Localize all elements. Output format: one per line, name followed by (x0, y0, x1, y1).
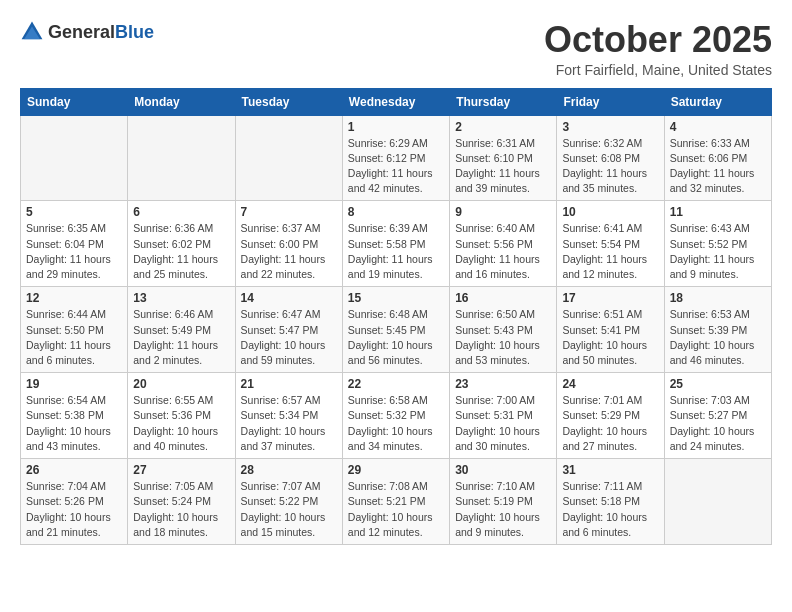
day-info: Sunrise: 7:11 AMSunset: 5:18 PMDaylight:… (562, 479, 658, 540)
calendar-cell (235, 115, 342, 201)
week-row-2: 5Sunrise: 6:35 AMSunset: 6:04 PMDaylight… (21, 201, 772, 287)
day-number: 16 (455, 291, 551, 305)
calendar-cell (128, 115, 235, 201)
week-row-3: 12Sunrise: 6:44 AMSunset: 5:50 PMDayligh… (21, 287, 772, 373)
day-number: 13 (133, 291, 229, 305)
day-info: Sunrise: 6:57 AMSunset: 5:34 PMDaylight:… (241, 393, 337, 454)
day-info: Sunrise: 6:44 AMSunset: 5:50 PMDaylight:… (26, 307, 122, 368)
calendar-cell: 6Sunrise: 6:36 AMSunset: 6:02 PMDaylight… (128, 201, 235, 287)
day-number: 6 (133, 205, 229, 219)
day-info: Sunrise: 6:51 AMSunset: 5:41 PMDaylight:… (562, 307, 658, 368)
day-number: 15 (348, 291, 444, 305)
day-number: 2 (455, 120, 551, 134)
day-number: 26 (26, 463, 122, 477)
calendar-cell: 20Sunrise: 6:55 AMSunset: 5:36 PMDayligh… (128, 373, 235, 459)
logo-general-text: General (48, 22, 115, 42)
calendar-cell: 26Sunrise: 7:04 AMSunset: 5:26 PMDayligh… (21, 459, 128, 545)
weekday-header-row: SundayMondayTuesdayWednesdayThursdayFrid… (21, 88, 772, 115)
day-info: Sunrise: 6:48 AMSunset: 5:45 PMDaylight:… (348, 307, 444, 368)
day-number: 18 (670, 291, 766, 305)
weekday-header-friday: Friday (557, 88, 664, 115)
day-number: 10 (562, 205, 658, 219)
day-number: 25 (670, 377, 766, 391)
calendar-cell: 10Sunrise: 6:41 AMSunset: 5:54 PMDayligh… (557, 201, 664, 287)
day-number: 28 (241, 463, 337, 477)
day-number: 22 (348, 377, 444, 391)
day-number: 8 (348, 205, 444, 219)
calendar-cell: 24Sunrise: 7:01 AMSunset: 5:29 PMDayligh… (557, 373, 664, 459)
calendar-cell: 4Sunrise: 6:33 AMSunset: 6:06 PMDaylight… (664, 115, 771, 201)
day-info: Sunrise: 7:01 AMSunset: 5:29 PMDaylight:… (562, 393, 658, 454)
day-info: Sunrise: 6:46 AMSunset: 5:49 PMDaylight:… (133, 307, 229, 368)
calendar-cell: 22Sunrise: 6:58 AMSunset: 5:32 PMDayligh… (342, 373, 449, 459)
day-info: Sunrise: 6:47 AMSunset: 5:47 PMDaylight:… (241, 307, 337, 368)
day-number: 31 (562, 463, 658, 477)
day-info: Sunrise: 6:35 AMSunset: 6:04 PMDaylight:… (26, 221, 122, 282)
day-info: Sunrise: 6:37 AMSunset: 6:00 PMDaylight:… (241, 221, 337, 282)
calendar-cell: 13Sunrise: 6:46 AMSunset: 5:49 PMDayligh… (128, 287, 235, 373)
day-info: Sunrise: 6:36 AMSunset: 6:02 PMDaylight:… (133, 221, 229, 282)
day-info: Sunrise: 7:03 AMSunset: 5:27 PMDaylight:… (670, 393, 766, 454)
page-header: GeneralBlue October 2025 Fort Fairfield,… (20, 20, 772, 78)
day-number: 12 (26, 291, 122, 305)
calendar-cell: 29Sunrise: 7:08 AMSunset: 5:21 PMDayligh… (342, 459, 449, 545)
day-info: Sunrise: 6:53 AMSunset: 5:39 PMDaylight:… (670, 307, 766, 368)
calendar-cell: 19Sunrise: 6:54 AMSunset: 5:38 PMDayligh… (21, 373, 128, 459)
calendar-cell: 9Sunrise: 6:40 AMSunset: 5:56 PMDaylight… (450, 201, 557, 287)
weekday-header-monday: Monday (128, 88, 235, 115)
day-number: 14 (241, 291, 337, 305)
location-text: Fort Fairfield, Maine, United States (544, 62, 772, 78)
week-row-5: 26Sunrise: 7:04 AMSunset: 5:26 PMDayligh… (21, 459, 772, 545)
day-info: Sunrise: 7:04 AMSunset: 5:26 PMDaylight:… (26, 479, 122, 540)
day-info: Sunrise: 6:58 AMSunset: 5:32 PMDaylight:… (348, 393, 444, 454)
calendar-cell: 31Sunrise: 7:11 AMSunset: 5:18 PMDayligh… (557, 459, 664, 545)
day-info: Sunrise: 6:31 AMSunset: 6:10 PMDaylight:… (455, 136, 551, 197)
calendar-cell: 28Sunrise: 7:07 AMSunset: 5:22 PMDayligh… (235, 459, 342, 545)
calendar-cell (664, 459, 771, 545)
logo-icon (20, 20, 44, 44)
day-number: 3 (562, 120, 658, 134)
calendar-cell: 1Sunrise: 6:29 AMSunset: 6:12 PMDaylight… (342, 115, 449, 201)
day-info: Sunrise: 6:55 AMSunset: 5:36 PMDaylight:… (133, 393, 229, 454)
day-number: 5 (26, 205, 122, 219)
day-info: Sunrise: 6:40 AMSunset: 5:56 PMDaylight:… (455, 221, 551, 282)
day-number: 27 (133, 463, 229, 477)
day-info: Sunrise: 6:41 AMSunset: 5:54 PMDaylight:… (562, 221, 658, 282)
day-number: 1 (348, 120, 444, 134)
day-info: Sunrise: 6:50 AMSunset: 5:43 PMDaylight:… (455, 307, 551, 368)
calendar-cell: 2Sunrise: 6:31 AMSunset: 6:10 PMDaylight… (450, 115, 557, 201)
day-info: Sunrise: 7:08 AMSunset: 5:21 PMDaylight:… (348, 479, 444, 540)
calendar-cell (21, 115, 128, 201)
day-number: 23 (455, 377, 551, 391)
weekday-header-wednesday: Wednesday (342, 88, 449, 115)
calendar-cell: 11Sunrise: 6:43 AMSunset: 5:52 PMDayligh… (664, 201, 771, 287)
week-row-4: 19Sunrise: 6:54 AMSunset: 5:38 PMDayligh… (21, 373, 772, 459)
calendar-cell: 17Sunrise: 6:51 AMSunset: 5:41 PMDayligh… (557, 287, 664, 373)
weekday-header-thursday: Thursday (450, 88, 557, 115)
day-info: Sunrise: 7:05 AMSunset: 5:24 PMDaylight:… (133, 479, 229, 540)
calendar-cell: 5Sunrise: 6:35 AMSunset: 6:04 PMDaylight… (21, 201, 128, 287)
calendar-cell: 27Sunrise: 7:05 AMSunset: 5:24 PMDayligh… (128, 459, 235, 545)
day-info: Sunrise: 7:10 AMSunset: 5:19 PMDaylight:… (455, 479, 551, 540)
logo: GeneralBlue (20, 20, 154, 44)
day-info: Sunrise: 6:33 AMSunset: 6:06 PMDaylight:… (670, 136, 766, 197)
calendar-cell: 15Sunrise: 6:48 AMSunset: 5:45 PMDayligh… (342, 287, 449, 373)
logo-blue-text: Blue (115, 22, 154, 42)
month-title: October 2025 (544, 20, 772, 60)
day-info: Sunrise: 6:32 AMSunset: 6:08 PMDaylight:… (562, 136, 658, 197)
title-area: October 2025 Fort Fairfield, Maine, Unit… (544, 20, 772, 78)
day-number: 9 (455, 205, 551, 219)
day-number: 21 (241, 377, 337, 391)
day-number: 24 (562, 377, 658, 391)
day-info: Sunrise: 6:39 AMSunset: 5:58 PMDaylight:… (348, 221, 444, 282)
calendar-cell: 30Sunrise: 7:10 AMSunset: 5:19 PMDayligh… (450, 459, 557, 545)
calendar-cell: 12Sunrise: 6:44 AMSunset: 5:50 PMDayligh… (21, 287, 128, 373)
day-number: 11 (670, 205, 766, 219)
calendar-cell: 7Sunrise: 6:37 AMSunset: 6:00 PMDaylight… (235, 201, 342, 287)
day-number: 17 (562, 291, 658, 305)
calendar-cell: 14Sunrise: 6:47 AMSunset: 5:47 PMDayligh… (235, 287, 342, 373)
calendar-cell: 8Sunrise: 6:39 AMSunset: 5:58 PMDaylight… (342, 201, 449, 287)
day-number: 7 (241, 205, 337, 219)
week-row-1: 1Sunrise: 6:29 AMSunset: 6:12 PMDaylight… (21, 115, 772, 201)
day-number: 19 (26, 377, 122, 391)
